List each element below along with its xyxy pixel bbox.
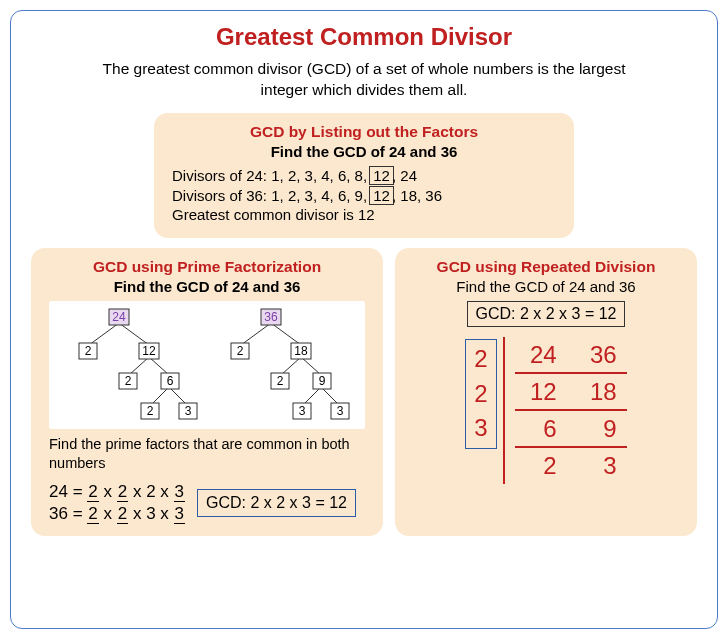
rd-divisor: 2 bbox=[474, 377, 487, 412]
listing-title: GCD by Listing out the Factors bbox=[172, 123, 556, 141]
svg-text:2: 2 bbox=[277, 374, 284, 388]
svg-text:9: 9 bbox=[319, 374, 326, 388]
svg-line-21 bbox=[271, 323, 301, 345]
svg-text:3: 3 bbox=[299, 404, 306, 418]
svg-line-1 bbox=[119, 323, 149, 345]
rd-cell: 24 bbox=[521, 339, 557, 370]
divisors-24-prefix: Divisors of 24: 1, 2, 3, 4, 6, 8, bbox=[172, 167, 371, 184]
svg-text:2: 2 bbox=[85, 344, 92, 358]
svg-text:2: 2 bbox=[147, 404, 154, 418]
factor-tree-36: 36 2 18 2 9 3 3 bbox=[211, 305, 365, 425]
rd-row: 6 9 bbox=[515, 411, 627, 448]
svg-text:3: 3 bbox=[185, 404, 192, 418]
rd-cell: 12 bbox=[521, 376, 557, 407]
svg-text:2: 2 bbox=[237, 344, 244, 358]
repeated-division-diagram: 2 2 3 24 36 12 18 6 9 bbox=[413, 337, 679, 484]
rd-divisors-column: 2 2 3 bbox=[465, 339, 496, 449]
eq-24: 24 = 2 x 2 x 2 x 3 bbox=[49, 481, 185, 504]
prime-gcd-result: GCD: 2 x 2 x 3 = 12 bbox=[197, 489, 356, 517]
prime-title: GCD using Prime Factorization bbox=[49, 258, 365, 276]
rd-cell: 36 bbox=[581, 339, 617, 370]
rd-cell: 18 bbox=[581, 376, 617, 407]
svg-text:2: 2 bbox=[125, 374, 132, 388]
eq-36: 36 = 2 x 2 x 3 x 3 bbox=[49, 503, 185, 526]
svg-text:36: 36 bbox=[264, 310, 278, 324]
listing-result: Greatest common divisor is 12 bbox=[172, 206, 556, 223]
repeated-box: GCD using Repeated Division Find the GCD… bbox=[395, 248, 697, 537]
repeated-title: GCD using Repeated Division bbox=[413, 258, 679, 276]
svg-line-4 bbox=[151, 387, 169, 405]
prime-note: Find the prime factors that are common i… bbox=[49, 435, 365, 473]
rd-row: 12 18 bbox=[515, 374, 627, 411]
rd-divisor: 2 bbox=[474, 342, 487, 377]
divisors-36-prefix: Divisors of 36: 1, 2, 3, 4, 6, 9, bbox=[172, 187, 371, 204]
prime-box: GCD using Prime Factorization Find the G… bbox=[31, 248, 383, 537]
prime-equations: 24 = 2 x 2 x 2 x 3 36 = 2 x 2 x 3 x 3 bbox=[49, 481, 185, 527]
rd-row: 24 36 bbox=[515, 337, 627, 374]
prime-subtitle: Find the GCD of 24 and 36 bbox=[49, 278, 365, 295]
divisors-36-suffix: , 18, 36 bbox=[392, 187, 442, 204]
divisors-36-boxed: 12 bbox=[369, 186, 394, 205]
svg-text:12: 12 bbox=[142, 344, 156, 358]
divisors-24-boxed: 12 bbox=[369, 166, 394, 185]
listing-box: GCD by Listing out the Factors Find the … bbox=[154, 113, 574, 238]
page-title: Greatest Common Divisor bbox=[31, 23, 697, 51]
rd-cell: 3 bbox=[581, 450, 617, 481]
rd-cell: 9 bbox=[581, 413, 617, 444]
main-panel: Greatest Common Divisor The greatest com… bbox=[10, 10, 718, 629]
bottom-row: GCD using Prime Factorization Find the G… bbox=[31, 248, 697, 537]
repeated-subtitle: Find the GCD of 24 and 36 bbox=[413, 278, 679, 295]
rd-cell: 6 bbox=[521, 413, 557, 444]
svg-line-23 bbox=[301, 357, 321, 375]
svg-text:3: 3 bbox=[337, 404, 344, 418]
svg-line-3 bbox=[149, 357, 169, 375]
intro-text: The greatest common divisor (GCD) of a s… bbox=[81, 59, 647, 101]
rd-cell: 2 bbox=[521, 450, 557, 481]
factor-trees: 24 2 12 2 6 2 3 36 2 bbox=[49, 301, 365, 429]
svg-line-22 bbox=[281, 357, 301, 375]
rd-quotients-table: 24 36 12 18 6 9 2 3 bbox=[503, 337, 627, 484]
repeated-gcd-result: GCD: 2 x 2 x 3 = 12 bbox=[467, 301, 626, 327]
rd-divisor: 3 bbox=[474, 411, 487, 446]
divisors-24-line: Divisors of 24: 1, 2, 3, 4, 6, 8, 12, 24 bbox=[172, 166, 556, 185]
prime-equations-row: 24 = 2 x 2 x 2 x 3 36 = 2 x 2 x 3 x 3 GC… bbox=[49, 481, 365, 527]
svg-line-20 bbox=[241, 323, 271, 345]
divisors-24-suffix: , 24 bbox=[392, 167, 417, 184]
svg-line-2 bbox=[129, 357, 149, 375]
divisors-36-line: Divisors of 36: 1, 2, 3, 4, 6, 9, 12, 18… bbox=[172, 186, 556, 205]
svg-line-5 bbox=[169, 387, 187, 405]
svg-line-25 bbox=[321, 387, 339, 405]
svg-text:24: 24 bbox=[112, 310, 126, 324]
svg-line-24 bbox=[303, 387, 321, 405]
svg-text:6: 6 bbox=[167, 374, 174, 388]
factor-tree-24: 24 2 12 2 6 2 3 bbox=[49, 305, 203, 425]
svg-line-0 bbox=[89, 323, 119, 345]
listing-subtitle: Find the GCD of 24 and 36 bbox=[172, 143, 556, 160]
rd-row: 2 3 bbox=[515, 448, 627, 483]
svg-text:18: 18 bbox=[294, 344, 308, 358]
